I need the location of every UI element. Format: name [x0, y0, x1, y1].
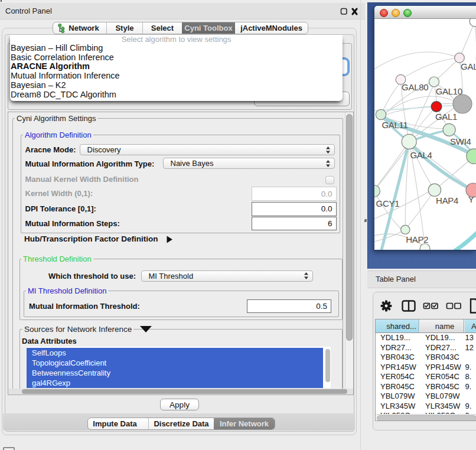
svg-text:GAL: GAL: [461, 61, 476, 71]
svg-text:HAP2: HAP2: [406, 234, 428, 244]
svg-text:GAL1: GAL1: [435, 112, 457, 122]
svg-text:GAL80: GAL80: [402, 82, 428, 92]
svg-text:GAL11: GAL11: [382, 120, 408, 130]
svg-text:GAL4: GAL4: [410, 150, 432, 160]
svg-text:GCY1: GCY1: [376, 198, 400, 208]
svg-text:Y: Y: [468, 194, 474, 204]
svg-text:SWI4: SWI4: [450, 136, 471, 146]
svg-text:HAP4: HAP4: [436, 195, 458, 206]
svg-text:GAL10: GAL10: [436, 86, 462, 96]
